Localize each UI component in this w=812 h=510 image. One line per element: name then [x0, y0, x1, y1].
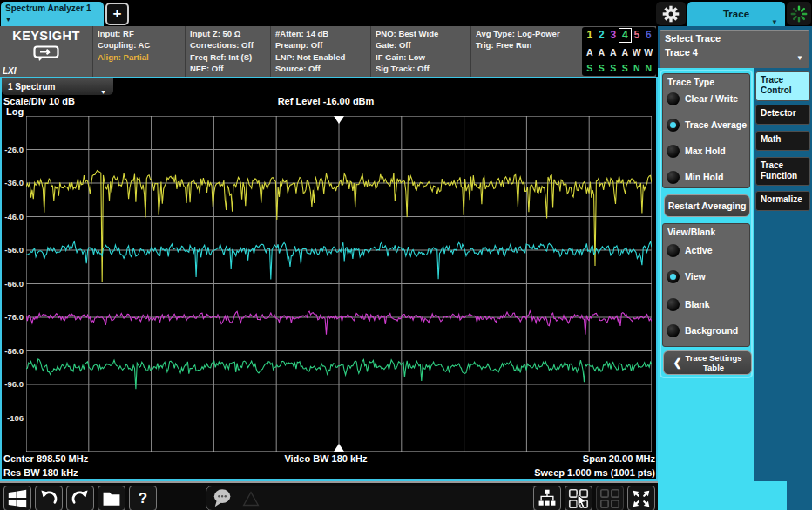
chevron-left-icon: ❮	[673, 358, 681, 368]
grid-layout-button[interactable]	[596, 486, 624, 510]
log-scale-label: Log	[6, 106, 24, 117]
tab-normalize[interactable]: Normalize	[755, 191, 810, 211]
spectrum-plot[interactable]	[26, 116, 652, 452]
info-line: Coupling: AC	[98, 39, 180, 51]
trace-type-letter: W	[631, 47, 643, 58]
chevron-down-icon: ▼	[5, 17, 11, 23]
spinner-icon	[789, 4, 809, 24]
gear-icon	[660, 3, 682, 25]
trace-type-letter: A	[596, 47, 608, 58]
undo-icon	[38, 488, 59, 509]
trace-legend-col-3[interactable]: 3AS	[607, 28, 619, 75]
radio-view[interactable]: View	[667, 267, 706, 286]
span-label[interactable]: Span 20.00 MHz	[481, 453, 655, 464]
select-trace-dropdown[interactable]: Select Trace Trace 4 ▼	[660, 30, 809, 68]
center-freq-label[interactable]: Center 898.50 MHz	[3, 453, 88, 464]
restart-averaging-button[interactable]: Restart Averaging	[664, 194, 750, 217]
trace-legend-col-6[interactable]: 6WN	[643, 28, 655, 75]
radio-label: Trace Average	[685, 119, 747, 130]
radio-button-icon	[667, 92, 680, 105]
select-trace-value: Trace 4	[665, 47, 804, 58]
analyzer-screen: Spectrum Analyzer 1 ▼ Swept SA + Trace ▼	[0, 0, 812, 510]
trace-type-letter: A	[619, 47, 632, 58]
grid-hand-icon	[567, 487, 590, 510]
radio-button-icon	[667, 244, 680, 257]
trace-detector-letter: S	[619, 63, 632, 74]
trace-legend-col-5[interactable]: 5WN	[631, 28, 643, 75]
radio-label: View	[685, 271, 706, 282]
radio-button-icon	[667, 298, 680, 311]
arrange-windows-button[interactable]	[565, 486, 592, 510]
tab-trace-function[interactable]: Trace Function	[755, 157, 810, 186]
settings-button[interactable]	[656, 2, 686, 25]
amplitude-tick-label: -56.0	[0, 245, 24, 255]
video-bw-label[interactable]: Video BW 180 kHz	[239, 453, 413, 464]
radio-button-icon	[667, 171, 680, 184]
info-panel-1: Input: RFCoupling: ACAlign: Partial	[92, 26, 185, 77]
info-panel-3: #Atten: 14 dBPreamp: OffLNP: Not Enabled…	[270, 26, 370, 77]
fullscreen-button[interactable]	[627, 486, 655, 510]
file-manager-button[interactable]	[98, 486, 125, 510]
brand-block: KEYSIGHT LXI	[0, 26, 92, 77]
trace-detector-letter: N	[643, 63, 655, 74]
info-line: Freq Ref: Int (S)	[190, 51, 266, 63]
busy-indicator[interactable]	[787, 2, 811, 25]
annotation-bar[interactable]	[206, 486, 538, 510]
layout-diagram-icon	[537, 488, 558, 509]
trace-number: 4	[619, 29, 632, 42]
info-line: Align: Partial	[98, 51, 180, 63]
folder-icon	[101, 488, 122, 509]
window-selector-dropdown[interactable]: 1 Spectrum ▼	[2, 78, 113, 95]
radio-min-hold[interactable]: Min Hold	[667, 167, 723, 187]
info-line: #Atten: 14 dB	[275, 28, 366, 39]
radio-label: Active	[685, 245, 713, 255]
info-line: NFE: Off	[190, 63, 266, 74]
redo-button[interactable]	[66, 486, 94, 510]
status-info-bar: KEYSIGHT LXI Input: RFCoupling: ACAlign:…	[0, 26, 656, 77]
trace-settings-table-button[interactable]: ❮ Trace Settings Table	[663, 350, 752, 375]
info-panel-5: Avg Type: Log-PowerTrig: Free Run	[470, 26, 581, 77]
amplitude-tick-label: -106	[0, 413, 24, 423]
radio-max-hold[interactable]: Max Hold	[667, 141, 726, 160]
app-mode-tab[interactable]: Spectrum Analyzer 1 ▼ Swept SA	[1, 2, 104, 26]
tab-trace-control[interactable]: Trace Control	[755, 71, 810, 101]
trace-legend-col-1[interactable]: 1AS	[584, 28, 596, 75]
trace-legend-col-2[interactable]: 2AS	[596, 28, 608, 75]
scale-div-label[interactable]: Scale/Div 10 dB	[3, 96, 75, 106]
chevron-down-icon: ▼	[796, 54, 803, 62]
radio-clear-write[interactable]: Clear / Write	[667, 89, 738, 108]
trace-number: 2	[596, 29, 608, 42]
expand-arrows-icon	[630, 487, 653, 510]
radio-blank[interactable]: Blank	[667, 295, 710, 314]
tab-math[interactable]: Math	[755, 131, 810, 151]
windows-start-button[interactable]	[3, 486, 31, 510]
sweep-label[interactable]: Sweep 1.000 ms (1001 pts)	[481, 467, 655, 478]
add-mode-button[interactable]: +	[105, 3, 129, 25]
keysight-bubble-icon	[33, 45, 59, 63]
sequence-layout-button[interactable]	[533, 486, 561, 510]
amplitude-tick-label: -46.0	[0, 212, 24, 221]
info-line: IF Gain: Low	[376, 51, 466, 63]
trace-legend[interactable]: 1AS2AS3AS4AS5WN6WN	[582, 27, 656, 76]
radio-label: Clear / Write	[685, 93, 738, 104]
undo-button[interactable]	[35, 486, 63, 510]
trace-type-letter: A	[607, 47, 619, 58]
amplitude-tick-label: -36.0	[0, 178, 24, 187]
ref-level-label[interactable]: Ref Level -16.00 dBm	[239, 96, 413, 106]
info-line: Input Z: 50 Ω	[190, 28, 266, 39]
help-button[interactable]: ?	[129, 486, 157, 510]
menu-title: Trace	[723, 9, 749, 19]
tab-detector[interactable]: Detector	[755, 105, 810, 125]
windows-logo-icon	[6, 487, 29, 510]
radio-trace-average[interactable]: Trace Average	[667, 115, 747, 134]
chevron-down-icon: ▼	[100, 84, 106, 100]
radio-label: Blank	[685, 299, 710, 309]
info-line: Sig Track: Off	[376, 63, 466, 74]
radio-active[interactable]: Active	[667, 241, 713, 260]
trace-legend-col-4[interactable]: 4AS	[619, 28, 632, 75]
res-bw-label[interactable]: Res BW 180 kHz	[3, 467, 78, 478]
radio-button-icon	[667, 145, 680, 158]
trace-number: 6	[643, 29, 655, 42]
radio-background[interactable]: Background	[667, 321, 738, 340]
menu-title-tab[interactable]: Trace ▼	[687, 2, 785, 26]
